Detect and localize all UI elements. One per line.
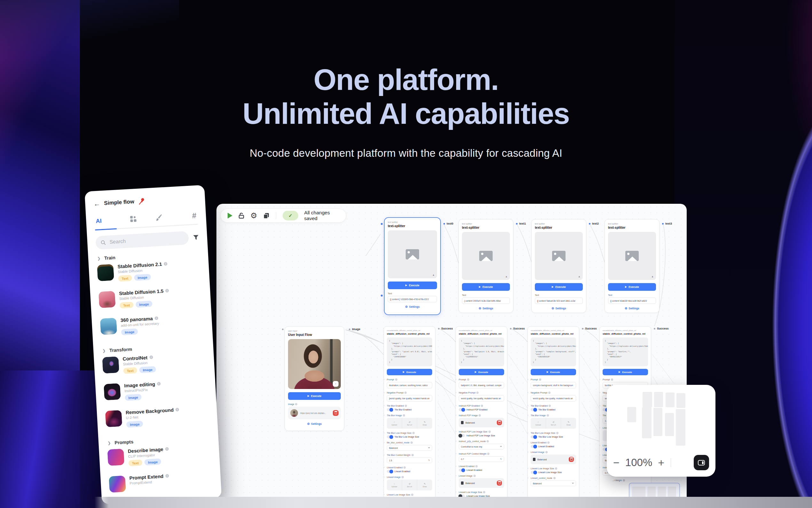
info-icon[interactable]: i — [545, 451, 547, 453]
port-dot[interactable] — [456, 415, 456, 416]
text-field[interactable]: [worst quality, low quality, mutated han… — [387, 395, 432, 401]
port-dot[interactable] — [527, 451, 528, 453]
delete-attachment-button[interactable] — [333, 410, 339, 416]
execute-button[interactable]: Execute — [535, 283, 583, 291]
select-field[interactable]: Balanced — [387, 445, 432, 451]
port-dot[interactable] — [384, 432, 384, 433]
node-settings-button[interactable]: ⚙Settings — [535, 307, 583, 310]
section-header-train[interactable]: ❯Train — [97, 250, 200, 261]
port-dot[interactable] — [456, 379, 456, 380]
file-chip[interactable]: Balanced — [459, 418, 504, 427]
info-icon[interactable]: i — [403, 414, 405, 417]
delete-file-button[interactable] — [569, 457, 574, 462]
port-dot[interactable] — [456, 475, 456, 476]
port-dot[interactable] — [384, 415, 384, 416]
port-dot[interactable] — [527, 442, 528, 443]
port-dot[interactable] — [384, 454, 384, 456]
tab-styles[interactable] — [146, 213, 171, 222]
info-icon[interactable]: i — [164, 262, 168, 266]
tab-ai[interactable]: AI — [96, 216, 121, 224]
port-dot[interactable] — [384, 494, 384, 495]
info-icon[interactable]: i — [483, 491, 485, 493]
port-dot[interactable] — [600, 415, 600, 416]
text-field[interactable]: { content:'2000s/9 4c3b-43af-9dfb-46ba' — [462, 297, 510, 304]
info-icon[interactable]: i — [295, 403, 297, 405]
execute-button[interactable]: Execute — [288, 392, 341, 400]
tab-grid[interactable]: # — [171, 211, 197, 221]
info-icon[interactable]: i — [555, 467, 557, 470]
select-field[interactable]: Balanced — [531, 480, 576, 486]
node-settings-button[interactable]: ⚙Settings — [462, 307, 510, 310]
port-dot[interactable] — [384, 442, 384, 443]
port-dot[interactable] — [600, 392, 600, 393]
info-icon[interactable]: i — [165, 289, 169, 293]
upload-icon[interactable]: ▲ — [578, 275, 580, 278]
image-attachment[interactable]: https://prej.hof.cdn.digitalo... — [288, 407, 341, 419]
info-icon[interactable]: i — [411, 441, 413, 444]
number-field[interactable]: 1.5⇅ — [387, 458, 432, 463]
toggle-switch[interactable]: Lineart Enabled — [387, 470, 432, 473]
copy-icon[interactable] — [264, 213, 269, 219]
node-settings-button[interactable]: ⚙Settings — [388, 305, 437, 308]
fit-view-button[interactable] — [694, 455, 709, 470]
execute-button[interactable]: Execute — [459, 369, 504, 375]
image-source-upload-button[interactable]: ↑Upload — [387, 418, 402, 429]
model-card[interactable]: Remove BackgroundiU-2-NetImage — [105, 405, 210, 434]
toggle-switch[interactable]: Lineart Enabled — [531, 445, 576, 448]
execute-button[interactable]: Execute — [388, 282, 437, 289]
port-dot[interactable] — [527, 392, 528, 393]
port-dot[interactable] — [384, 476, 384, 478]
search-box[interactable] — [95, 231, 189, 250]
delete-file-button[interactable] — [497, 420, 502, 425]
text-splitter-node[interactable]: text splittertext-splitter▲ExecuteText{ … — [459, 219, 513, 313]
text-splitter-node[interactable]: text splittertext-splitter▲ExecuteText[{… — [605, 219, 660, 313]
run-flow-icon[interactable] — [228, 213, 232, 218]
execute-button[interactable]: Execute — [462, 283, 510, 291]
port-dot[interactable] — [600, 427, 600, 428]
info-icon[interactable]: i — [611, 378, 613, 381]
text-splitter-node[interactable]: text splittertext-splitter▲ExecuteText[{… — [384, 217, 441, 315]
port-dot[interactable] — [456, 491, 456, 493]
port-dot[interactable] — [384, 467, 384, 468]
image-source-draw-button[interactable]: ✎Draw — [417, 418, 432, 429]
info-icon[interactable]: i — [395, 378, 397, 381]
tab-modules[interactable] — [121, 214, 146, 223]
execute-button[interactable]: Execute — [608, 283, 656, 291]
toggle-switch[interactable]: Instruct P2P Low Image Size — [459, 434, 504, 437]
text-field[interactable]: complex background, stuff in the backgro… — [531, 382, 576, 388]
info-icon[interactable]: i — [154, 316, 158, 320]
port-dot[interactable] — [349, 329, 350, 330]
toggle-switch[interactable]: Tile Blur Low Image Size — [531, 435, 576, 438]
info-icon[interactable]: i — [403, 466, 406, 469]
model-card[interactable]: Stable Diffusion 2.1iStable DiffusionTex… — [97, 259, 201, 288]
info-icon[interactable]: i — [547, 441, 550, 444]
text-field[interactable]: ballpoint 1.0, 8bit, drawing, contrast, … — [459, 382, 504, 388]
port-dot[interactable] — [600, 379, 600, 380]
info-icon[interactable]: i — [176, 408, 179, 412]
port-dot[interactable] — [456, 405, 456, 406]
file-chip[interactable]: Balanced — [459, 478, 504, 488]
toggle-switch[interactable]: Instruct P2P Enabled — [459, 408, 504, 411]
image-source-upload-button[interactable]: ↑Upload — [387, 479, 402, 491]
zoom-in-button[interactable]: + — [658, 457, 664, 468]
stable-diffusion-node[interactable]: mocada/stable_diffusion_control_photo_re… — [456, 326, 507, 501]
toggle-switch[interactable]: Lineart Low Image Size — [531, 471, 576, 474]
port-dot[interactable] — [456, 431, 456, 432]
image-source-set-url-button[interactable]: ↺Set url — [546, 418, 561, 429]
section-header-transform[interactable]: ❯Transform — [102, 343, 205, 353]
port-dot[interactable] — [600, 444, 600, 446]
port-dot[interactable] — [589, 223, 590, 224]
port-dot[interactable] — [510, 328, 512, 330]
upload-icon[interactable]: ▲ — [505, 275, 508, 278]
port-dot[interactable] — [456, 440, 456, 442]
image-source-upload-button[interactable]: ↑Upload — [531, 418, 546, 429]
execute-button[interactable]: Execute — [531, 369, 576, 375]
port-dot[interactable] — [381, 223, 383, 225]
port-dot[interactable] — [662, 223, 664, 224]
text-field[interactable]: worst quality, low quality, mutated hand… — [459, 395, 504, 401]
image-source-draw-button[interactable]: ✎Draw — [561, 418, 576, 429]
port-dot[interactable] — [456, 465, 456, 467]
toggle-switch[interactable]: Lineart Enabled — [459, 469, 504, 471]
info-icon[interactable]: i — [412, 454, 414, 456]
port-dot[interactable] — [384, 379, 384, 380]
